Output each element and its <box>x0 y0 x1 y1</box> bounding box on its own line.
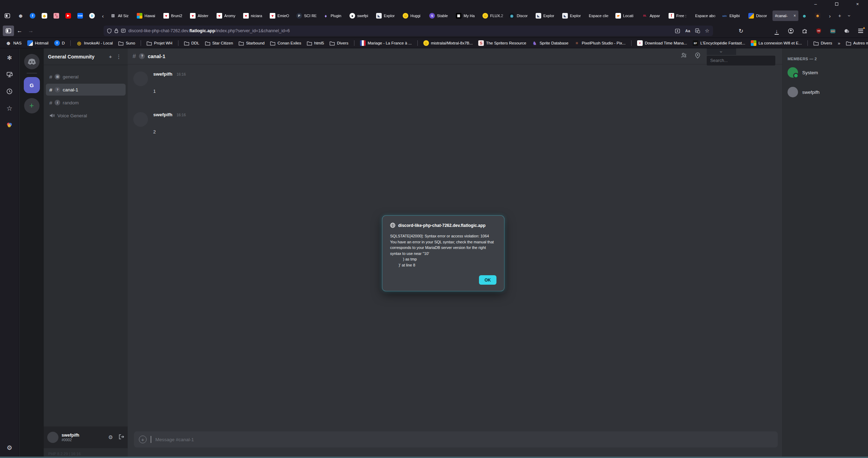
message-input[interactable]: + Message #canal-1 <box>134 431 778 447</box>
bookmark-item[interactable]: html5 <box>305 40 326 47</box>
message-avatar[interactable] <box>133 112 148 127</box>
browser-tab[interactable]: Espace abo × <box>693 11 719 21</box>
bookmark-item[interactable] <box>352 40 357 46</box>
save-page-icon[interactable] <box>675 28 680 34</box>
browser-tab[interactable]: ♦ Plugin × <box>320 11 346 21</box>
browser-tab[interactable]: ♥ EmieO × <box>267 11 293 21</box>
bookmark-item[interactable]: Conan Exiles <box>268 40 303 47</box>
ai-chatbot-icon[interactable]: ✻ <box>5 53 14 62</box>
menu-item[interactable] <box>34 3 40 5</box>
pinned-tab[interactable]: D <box>86 11 98 21</box>
bookmark-item[interactable]: f D <box>52 39 67 47</box>
menu-item[interactable] <box>28 3 34 5</box>
history-icon[interactable] <box>5 87 14 96</box>
sidebar-settings-gear-icon[interactable]: ⚙ <box>5 443 14 452</box>
members-toggle-icon[interactable] <box>680 53 687 58</box>
bookmark-item[interactable]: DDL <box>182 40 202 47</box>
add-server-button[interactable]: + <box>24 98 40 113</box>
logout-icon[interactable] <box>119 434 124 440</box>
bookmark-item[interactable] <box>805 40 810 46</box>
lock-icon[interactable] <box>114 28 118 33</box>
circles-extension-icon[interactable] <box>841 26 852 36</box>
bookmark-item[interactable] <box>176 40 181 46</box>
browser-tab[interactable]: ◣ Explor × <box>374 11 400 21</box>
shield-icon[interactable] <box>107 28 112 34</box>
discord-home-button[interactable] <box>24 54 40 69</box>
bookmark-item[interactable]: La connexion Wifi et E... <box>749 39 804 47</box>
list-tabs-button[interactable]: › <box>845 11 854 21</box>
bookmark-item[interactable]: ☺ mistralai/Mixtral-8x7B... <box>421 39 475 47</box>
close-window-button[interactable]: × <box>847 0 868 8</box>
menu-item[interactable] <box>15 3 21 5</box>
pinned-tab[interactable]: ⊕ <box>15 11 27 21</box>
search-input[interactable] <box>707 56 775 65</box>
bookmark-item[interactable]: » <box>835 40 842 47</box>
bookmark-item[interactable]: Divers <box>327 40 351 47</box>
pin-icon[interactable] <box>695 53 700 58</box>
browser-tab[interactable]: ☻ × <box>812 11 825 21</box>
browser-tab[interactable]: ☺ FLUX.2 × <box>480 11 506 21</box>
translate-page-icon[interactable]: A <box>695 28 700 33</box>
downloads-button[interactable]: ↓ <box>771 26 782 36</box>
server-menu-button[interactable]: ⋮ <box>114 54 124 60</box>
menu-item[interactable] <box>41 3 46 5</box>
browser-tab[interactable]: P SCI RE × <box>294 11 320 21</box>
bookmark-item[interactable]: S The Spriters Resource <box>476 39 528 47</box>
attach-plus-icon[interactable]: + <box>139 436 147 443</box>
channel-item[interactable]: # i random <box>46 97 126 109</box>
bookmark-item[interactable]: Starbound <box>237 40 267 47</box>
browser-tab[interactable]: ☻ × <box>799 11 812 21</box>
forward-button[interactable]: → <box>25 26 36 36</box>
bookmark-item[interactable]: Divers <box>811 40 834 47</box>
browser-tab[interactable]: ◣ Explor × <box>533 11 559 21</box>
browser-tab[interactable]: ⊞ All Siz × <box>108 11 134 21</box>
member-row[interactable]: swefpifh <box>788 87 863 97</box>
browser-tab[interactable]: ▰ Locati × <box>613 11 639 21</box>
bookmark-item[interactable]: ■ PixelPlush Studio - Pix... <box>572 39 628 47</box>
server-icon-general-community[interactable]: G <box>24 77 40 93</box>
browser-tab[interactable]: adn Eligibi × <box>719 11 745 21</box>
sidebar-toggle-button[interactable] <box>3 26 14 36</box>
server-header[interactable]: General Community + ⋮ <box>44 48 128 65</box>
scroll-tabs-right-button[interactable]: › <box>825 11 835 21</box>
browser-tab[interactable]: ☺ Huggi × <box>400 11 426 21</box>
browser-tab[interactable]: ♥ Alister × <box>188 11 213 21</box>
app-menu-button[interactable]: ▲ <box>855 26 866 36</box>
bookmark-item[interactable]: ♞ Sprite Database <box>530 39 570 47</box>
bookmark-item[interactable]: Hotmail <box>25 39 51 47</box>
translate-icon[interactable]: Aa <box>685 29 690 33</box>
message-avatar[interactable] <box>133 71 148 86</box>
browser-tab[interactable]: ♥ Aromy × <box>214 11 240 21</box>
bookmark-item[interactable] <box>68 40 73 46</box>
browser-tab[interactable]: ▦ My Ha × <box>453 11 479 21</box>
robot-extension-icon[interactable] <box>827 26 838 36</box>
pinned-tab[interactable]: DSM <box>74 11 86 21</box>
browser-tab[interactable]: SL Appar × <box>640 11 665 21</box>
browser-tab[interactable]: ♥ niciara × <box>241 11 267 21</box>
browser-tab[interactable]: Hawai × <box>134 11 160 21</box>
bookmark-item[interactable] <box>139 40 143 46</box>
bookmark-item[interactable]: Star Citizen <box>203 40 235 47</box>
browser-tab[interactable]: f Free : × <box>666 11 692 21</box>
bookmark-star-icon[interactable]: ☆ <box>705 28 710 34</box>
new-tab-button[interactable]: + <box>835 11 845 21</box>
bookmark-item[interactable]: EF L'Encyclopédie Fantast... <box>691 39 747 47</box>
menu-item[interactable] <box>3 3 8 5</box>
channel-item[interactable]: # Voice General <box>46 110 126 122</box>
tab-close-icon[interactable]: × <box>793 13 796 18</box>
add-channel-button[interactable]: + <box>107 54 114 60</box>
browser-tab[interactable]: S Stable × <box>427 11 453 21</box>
bookmark-item[interactable]: Mariage - La France à ... <box>358 39 414 47</box>
browser-tab[interactable]: #canal- × <box>772 11 798 21</box>
menu-item[interactable] <box>22 3 27 5</box>
reload-button[interactable]: ↻ <box>736 26 746 36</box>
bookmark-item[interactable]: Projet WH <box>144 40 174 47</box>
pinned-tab[interactable]: ▚ <box>50 11 62 21</box>
channel-item[interactable]: # ? canal-1 <box>46 84 126 96</box>
scroll-tabs-left-button[interactable]: ‹ <box>98 11 108 21</box>
bookmark-item[interactable]: ♥ Download Time Mana... <box>635 39 689 47</box>
settings-gear-icon[interactable]: ⚙ <box>108 434 113 440</box>
back-button[interactable]: ← <box>14 26 25 36</box>
browser-tab[interactable]: ♥ Bruni2 × <box>161 11 187 21</box>
url-bar[interactable]: discord-like-php-chat-7262.dev.flatlogic… <box>104 26 713 36</box>
